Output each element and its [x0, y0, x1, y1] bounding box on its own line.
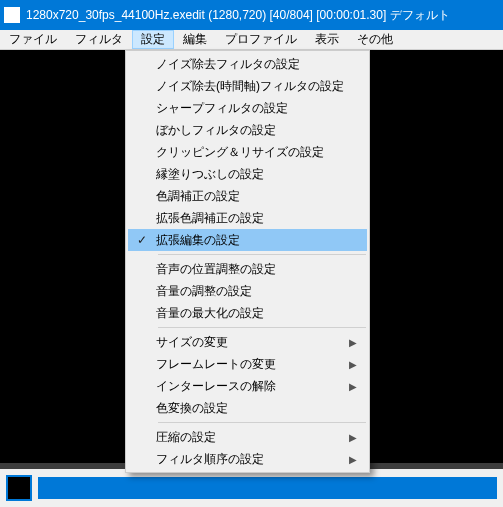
titlebar: 1280x720_30fps_44100Hz.exedit (1280,720)… [0, 0, 503, 30]
menu-item[interactable]: ノイズ除去フィルタの設定 [128, 53, 367, 75]
menu-item-label: 拡張色調補正の設定 [156, 210, 367, 227]
menu-item-label: 音量の最大化の設定 [156, 305, 367, 322]
separator [158, 254, 366, 255]
submenu-arrow-icon: ▶ [349, 381, 357, 392]
menu-file[interactable]: ファイル [0, 30, 66, 49]
seek-track[interactable] [38, 477, 497, 499]
menu-item-label: インターレースの解除 [156, 378, 367, 395]
settings-dropdown: ノイズ除去フィルタの設定ノイズ除去(時間軸)フィルタの設定シャープフィルタの設定… [125, 50, 370, 473]
separator [158, 327, 366, 328]
submenu-arrow-icon: ▶ [349, 454, 357, 465]
menu-item-label: 拡張編集の設定 [156, 232, 367, 249]
submenu-arrow-icon: ▶ [349, 359, 357, 370]
menu-item-label: 圧縮の設定 [156, 429, 367, 446]
preview-thumb[interactable] [6, 475, 32, 501]
menu-item[interactable]: インターレースの解除▶ [128, 375, 367, 397]
menu-item[interactable]: ぼかしフィルタの設定 [128, 119, 367, 141]
menu-item-label: ぼかしフィルタの設定 [156, 122, 367, 139]
menu-item-label: 縁塗りつぶしの設定 [156, 166, 367, 183]
menu-item-label: クリッピング＆リサイズの設定 [156, 144, 367, 161]
menu-item[interactable]: クリッピング＆リサイズの設定 [128, 141, 367, 163]
menu-item[interactable]: 色調補正の設定 [128, 185, 367, 207]
separator [158, 422, 366, 423]
menu-item[interactable]: 色変換の設定 [128, 397, 367, 419]
menu-item[interactable]: サイズの変更▶ [128, 331, 367, 353]
menu-item[interactable]: ✓拡張編集の設定 [128, 229, 367, 251]
menu-item-label: 色変換の設定 [156, 400, 367, 417]
submenu-arrow-icon: ▶ [349, 432, 357, 443]
menu-item[interactable]: フィルタ順序の設定▶ [128, 448, 367, 470]
menu-item-label: 音量の調整の設定 [156, 283, 367, 300]
menu-item-label: 音声の位置調整の設定 [156, 261, 367, 278]
menu-item[interactable]: シャープフィルタの設定 [128, 97, 367, 119]
menu-item[interactable]: ノイズ除去(時間軸)フィルタの設定 [128, 75, 367, 97]
menubar: ファイル フィルタ 設定 編集 プロファイル 表示 その他 [0, 30, 503, 50]
menu-edit[interactable]: 編集 [174, 30, 216, 49]
bottom-bar [0, 469, 503, 507]
menu-item-label: フィルタ順序の設定 [156, 451, 367, 468]
menu-item-label: フレームレートの変更 [156, 356, 367, 373]
title-text: 1280x720_30fps_44100Hz.exedit (1280,720)… [26, 7, 450, 24]
app-icon [4, 7, 20, 23]
menu-item[interactable]: フレームレートの変更▶ [128, 353, 367, 375]
menu-item-label: サイズの変更 [156, 334, 367, 351]
menu-item-label: ノイズ除去フィルタの設定 [156, 56, 367, 73]
menu-item[interactable]: 拡張色調補正の設定 [128, 207, 367, 229]
menu-view[interactable]: 表示 [306, 30, 348, 49]
menu-item[interactable]: 音量の最大化の設定 [128, 302, 367, 324]
submenu-arrow-icon: ▶ [349, 337, 357, 348]
menu-item[interactable]: 圧縮の設定▶ [128, 426, 367, 448]
menu-other[interactable]: その他 [348, 30, 402, 49]
check-icon: ✓ [128, 233, 156, 247]
menu-item[interactable]: 縁塗りつぶしの設定 [128, 163, 367, 185]
menu-item[interactable]: 音声の位置調整の設定 [128, 258, 367, 280]
menu-item[interactable]: 音量の調整の設定 [128, 280, 367, 302]
menu-item-label: シャープフィルタの設定 [156, 100, 367, 117]
menu-profile[interactable]: プロファイル [216, 30, 306, 49]
menu-filter[interactable]: フィルタ [66, 30, 132, 49]
menu-settings[interactable]: 設定 [132, 30, 174, 49]
menu-item-label: 色調補正の設定 [156, 188, 367, 205]
menu-item-label: ノイズ除去(時間軸)フィルタの設定 [156, 78, 367, 95]
